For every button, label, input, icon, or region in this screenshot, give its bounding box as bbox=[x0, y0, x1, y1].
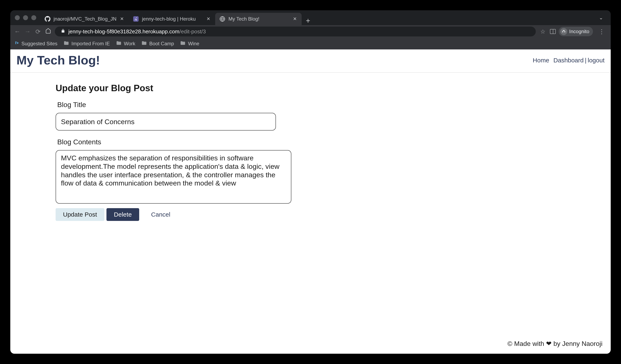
nav-links: Home Dashboard | logout bbox=[533, 57, 604, 64]
side-panel-icon[interactable] bbox=[550, 29, 556, 34]
url-bar[interactable]: jenny-tech-blog-5f80e3182e28.herokuapp.c… bbox=[55, 27, 536, 36]
folder-icon bbox=[116, 41, 121, 47]
contents-label: Blog Contents bbox=[57, 138, 565, 146]
bookmark-boot-camp[interactable]: Boot Camp bbox=[141, 41, 174, 47]
blog-contents-textarea[interactable] bbox=[56, 150, 291, 204]
tab-title: My Tech Blog! bbox=[228, 16, 289, 22]
nav-dashboard-link[interactable]: Dashboard bbox=[553, 57, 584, 64]
close-window-button[interactable] bbox=[15, 15, 20, 20]
tabs-container: jnaoroji/MVC_Tech_Blog_JN ✕ jenny-tech-b… bbox=[40, 10, 594, 25]
folder-icon bbox=[180, 41, 186, 47]
forward-button[interactable]: → bbox=[24, 28, 31, 35]
minimize-window-button[interactable] bbox=[23, 15, 28, 20]
close-tab-icon[interactable]: ✕ bbox=[206, 16, 211, 22]
folder-icon bbox=[64, 41, 69, 47]
bookmark-wine[interactable]: Wine bbox=[180, 41, 199, 47]
lock-icon bbox=[61, 29, 65, 35]
browser-menu-icon[interactable]: ⋮ bbox=[596, 28, 607, 35]
incognito-label: Incognito bbox=[569, 29, 589, 35]
tab-bar: jnaoroji/MVC_Tech_Blog_JN ✕ jenny-tech-b… bbox=[10, 10, 611, 25]
form-heading: Update your Blog Post bbox=[56, 83, 565, 93]
tab-heroku[interactable]: jenny-tech-blog | Heroku ✕ bbox=[129, 13, 215, 25]
window-controls bbox=[13, 15, 40, 20]
incognito-badge[interactable]: Incognito bbox=[559, 27, 593, 36]
bookmarks-bar: Suggested Sites Imported From IE Work Bo… bbox=[10, 38, 611, 49]
site-header: My Tech Blog! Home Dashboard | logout bbox=[10, 49, 611, 73]
bing-icon bbox=[14, 40, 19, 47]
bookmark-label: Imported From IE bbox=[71, 41, 110, 47]
site-title: My Tech Blog! bbox=[17, 53, 100, 67]
url-host: jenny-tech-blog-5f80e3182e28.herokuapp.c… bbox=[68, 28, 179, 35]
nav-logout-link[interactable]: logout bbox=[588, 57, 604, 64]
footer-suffix: by Jenny Naoroji bbox=[552, 340, 603, 347]
bookmark-suggested-sites[interactable]: Suggested Sites bbox=[14, 40, 57, 47]
tab-my-tech-blog[interactable]: My Tech Blog! ✕ bbox=[215, 13, 302, 25]
tabs-dropdown-icon[interactable]: ⌄ bbox=[594, 15, 608, 21]
heroku-icon bbox=[133, 16, 139, 22]
new-tab-button[interactable]: + bbox=[302, 17, 314, 25]
url-path: /edit-post/3 bbox=[179, 28, 206, 35]
footer-prefix: © Made with bbox=[508, 340, 546, 347]
maximize-window-button[interactable] bbox=[31, 15, 36, 20]
bookmark-label: Wine bbox=[188, 41, 199, 47]
update-post-button[interactable]: Update Post bbox=[56, 208, 104, 221]
reload-button[interactable]: ⟳ bbox=[34, 28, 42, 35]
bookmark-work[interactable]: Work bbox=[116, 41, 136, 47]
close-tab-icon[interactable]: ✕ bbox=[119, 16, 125, 22]
button-row: Update Post Delete Cancel bbox=[56, 208, 565, 221]
tab-github[interactable]: jnaoroji/MVC_Tech_Blog_JN ✕ bbox=[40, 13, 129, 25]
close-tab-icon[interactable]: ✕ bbox=[292, 16, 297, 22]
browser-window: jnaoroji/MVC_Tech_Blog_JN ✕ jenny-tech-b… bbox=[10, 10, 611, 354]
address-bar: ← → ⟳ jenny-tech-blog-5f80e3182e28.herok… bbox=[10, 25, 611, 38]
bookmark-label: Suggested Sites bbox=[21, 41, 57, 47]
title-label: Blog Title bbox=[57, 101, 565, 109]
blog-title-input[interactable] bbox=[56, 113, 276, 131]
page-content: My Tech Blog! Home Dashboard | logout Up… bbox=[10, 49, 611, 354]
bookmark-label: Boot Camp bbox=[149, 41, 174, 47]
heart-icon: ❤ bbox=[546, 340, 552, 347]
back-button[interactable]: ← bbox=[14, 28, 21, 35]
main-area: Update your Blog Post Blog Title Blog Co… bbox=[10, 73, 611, 336]
incognito-icon bbox=[560, 28, 567, 35]
cancel-button[interactable]: Cancel bbox=[141, 208, 178, 221]
nav-separator: | bbox=[585, 57, 586, 64]
delete-button[interactable]: Delete bbox=[106, 208, 139, 221]
site-footer: © Made with ❤ by Jenny Naoroji bbox=[10, 336, 611, 354]
globe-icon bbox=[219, 16, 225, 22]
url-text: jenny-tech-blog-5f80e3182e28.herokuapp.c… bbox=[68, 28, 206, 35]
tab-title: jenny-tech-blog | Heroku bbox=[142, 16, 203, 22]
github-icon bbox=[44, 16, 51, 22]
nav-home-link[interactable]: Home bbox=[533, 57, 549, 64]
tab-title: jnaoroji/MVC_Tech_Blog_JN bbox=[53, 16, 116, 22]
home-button[interactable] bbox=[44, 28, 52, 35]
bookmark-imported-from-ie[interactable]: Imported From IE bbox=[64, 41, 110, 47]
bookmark-star-icon[interactable]: ☆ bbox=[539, 28, 547, 35]
bookmark-label: Work bbox=[124, 41, 136, 47]
folder-icon bbox=[141, 41, 147, 47]
